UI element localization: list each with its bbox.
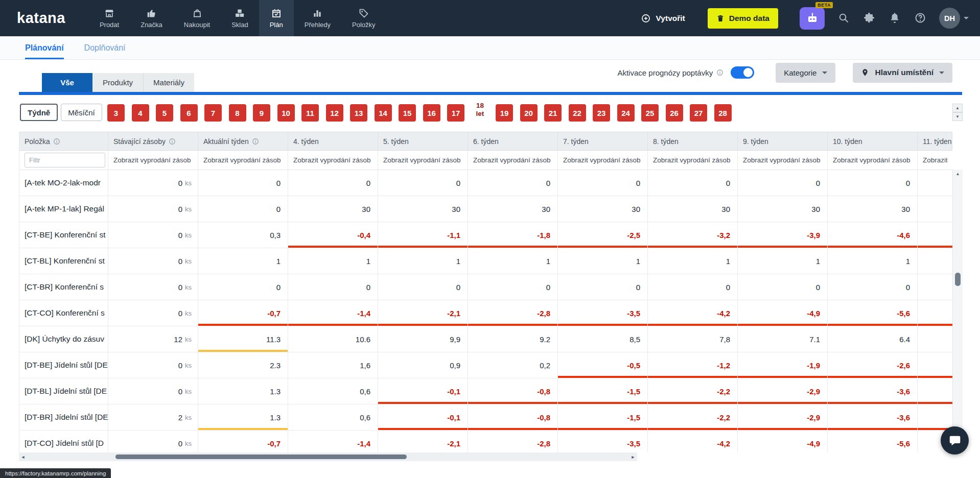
forecast-cell[interactable]: -3,9 (738, 222, 828, 248)
week-button-12[interactable]: 12 (326, 104, 343, 122)
forecast-toggle[interactable] (731, 66, 754, 79)
item-name-cell[interactable]: [CT-BL] Konferenční st (19, 248, 108, 274)
forecast-cell[interactable]: 30 (468, 196, 558, 222)
forecast-cell[interactable]: 0 (378, 170, 468, 196)
forecast-cell[interactable]: 30 (828, 196, 918, 222)
nav-item-prodat[interactable]: Prodat (89, 0, 130, 36)
forecast-cell[interactable] (918, 300, 952, 326)
week-button-26[interactable]: 26 (666, 104, 683, 122)
forecast-cell[interactable]: 10.6 (288, 326, 378, 352)
forecast-cell[interactable]: -4,2 (648, 300, 738, 326)
nav-item-prehledy[interactable]: Přehledy (294, 0, 341, 36)
forecast-cell[interactable]: -1,4 (288, 431, 378, 452)
show-stockout-link[interactable]: Zobrazit vyprodání zásob (473, 156, 551, 164)
scroll-right-icon[interactable]: ► (629, 455, 637, 460)
nav-item-sklad[interactable]: Sklad (221, 0, 259, 36)
week-button-17[interactable]: 17 (447, 104, 464, 122)
forecast-cell[interactable] (918, 326, 952, 352)
column-header-5-tyden[interactable]: 5. týden (378, 132, 468, 151)
forecast-cell[interactable]: 0,3 (198, 222, 288, 248)
monthly-button[interactable]: Měsíční (61, 104, 102, 121)
forecast-cell[interactable] (918, 352, 952, 378)
forecast-cell[interactable]: 0 (198, 170, 288, 196)
info-icon[interactable] (252, 138, 259, 145)
forecast-cell[interactable] (918, 222, 952, 248)
view-tab-vse[interactable]: Vše (42, 73, 92, 92)
create-button[interactable]: Vytvořit (638, 13, 688, 24)
forecast-cell[interactable]: 0,6 (288, 404, 378, 431)
forecast-cell[interactable]: 0 (828, 274, 918, 300)
forecast-cell[interactable] (918, 274, 952, 300)
forecast-cell[interactable]: 30 (288, 196, 378, 222)
forecast-cell[interactable]: -2,1 (378, 431, 468, 452)
show-stockout-link[interactable]: Zobrazit vyprodání zásob (113, 156, 191, 164)
item-name-cell[interactable]: [CT-BR] Konferenční s (19, 274, 108, 300)
nav-item-znacka[interactable]: Značka (130, 0, 173, 36)
week-button-9[interactable]: 9 (253, 104, 270, 122)
forecast-cell[interactable] (918, 248, 952, 274)
item-name-cell[interactable]: [DT-BE] Jídelní stůl [DE (19, 352, 108, 378)
week-button-7[interactable]: 7 (204, 104, 222, 122)
scroll-left-icon[interactable]: ◄ (19, 455, 27, 460)
forecast-cell[interactable]: 2.3 (198, 352, 288, 378)
show-stockout-link[interactable]: Zobrazit vyprodání zásob (923, 156, 947, 164)
forecast-cell[interactable]: 1 (558, 248, 648, 274)
item-filter-input[interactable] (25, 153, 105, 168)
week-button-15[interactable]: 15 (399, 104, 416, 122)
column-header-10-tyden[interactable]: 10. týden (828, 132, 918, 151)
forecast-cell[interactable]: 30 (738, 196, 828, 222)
forecast-cell[interactable]: 0 (828, 170, 918, 196)
forecast-cell[interactable]: 9,9 (378, 326, 468, 352)
week-button-10[interactable]: 10 (277, 104, 295, 122)
forecast-cell[interactable]: -3,5 (558, 300, 648, 326)
forecast-cell[interactable]: 0 (648, 274, 738, 300)
nav-item-plan[interactable]: Plán (259, 0, 294, 36)
week-button-25[interactable]: 25 (641, 104, 659, 122)
forecast-cell[interactable]: 0 (738, 170, 828, 196)
forecast-cell[interactable]: -1,8 (468, 222, 558, 248)
week-button-23[interactable]: 23 (593, 104, 610, 122)
forecast-cell[interactable]: 1,6 (288, 352, 378, 378)
item-name-cell[interactable]: [CT-CO] Konferenční s (19, 300, 108, 326)
forecast-cell[interactable]: 7,8 (648, 326, 738, 352)
week-button-11[interactable]: 11 (301, 104, 319, 122)
forecast-cell[interactable]: -0,1 (378, 378, 468, 404)
forecast-cell[interactable]: 0,2 (468, 352, 558, 378)
forecast-cell[interactable]: 0 (648, 170, 738, 196)
location-dropdown-button[interactable]: Hlavní umístění (853, 63, 952, 83)
week-button-3[interactable]: 3 (107, 104, 125, 122)
week-button-27[interactable]: 27 (690, 104, 707, 122)
forecast-cell[interactable]: -0,7 (198, 431, 288, 452)
column-header-11-tyden[interactable]: 11. týden (918, 132, 952, 151)
forecast-cell[interactable]: 8,5 (558, 326, 648, 352)
item-name-cell[interactable]: [DT-CO] Jídelní stůl [D (19, 431, 108, 452)
forecast-cell[interactable] (918, 170, 952, 196)
katana-logo[interactable]: katana (17, 10, 65, 27)
info-icon[interactable] (716, 69, 724, 76)
forecast-cell[interactable]: -5,6 (828, 300, 918, 326)
column-header-stavajici-zasoby[interactable]: Stávající zásoby (108, 132, 198, 151)
forecast-cell[interactable]: 0 (198, 274, 288, 300)
forecast-cell[interactable]: -3,2 (648, 222, 738, 248)
item-name-cell[interactable]: [A-tek MO-2-lak-modr (19, 170, 108, 196)
horizontal-scroll-thumb[interactable] (115, 455, 407, 459)
horizontal-scrollbar[interactable]: ◄ ► (19, 452, 637, 461)
forecast-cell[interactable]: -2,2 (648, 378, 738, 404)
forecast-cell[interactable]: 1.3 (198, 404, 288, 431)
forecast-cell[interactable]: -4,9 (738, 300, 828, 326)
week-button-22[interactable]: 22 (569, 104, 586, 122)
item-name-cell[interactable]: [CT-BE] Konferenční st (19, 222, 108, 248)
column-header-8-tyden[interactable]: 8. týden (648, 132, 738, 151)
week-button-16[interactable]: 16 (423, 104, 440, 122)
forecast-cell[interactable]: -1,1 (378, 222, 468, 248)
forecast-cell[interactable]: 11.3 (198, 326, 288, 352)
column-header-polozka[interactable]: Položka (19, 132, 108, 151)
week-button-5[interactable]: 5 (156, 104, 173, 122)
category-dropdown-button[interactable]: Kategorie (776, 63, 835, 83)
forecast-cell[interactable] (918, 378, 952, 404)
week-button-8[interactable]: 8 (229, 104, 246, 122)
show-stockout-link[interactable]: Zobrazit vyprodání zásob (293, 156, 371, 164)
forecast-cell[interactable]: -0,8 (468, 404, 558, 431)
week-button-20[interactable]: 20 (520, 104, 538, 122)
spinner-down-icon[interactable]: ▼ (952, 112, 963, 121)
